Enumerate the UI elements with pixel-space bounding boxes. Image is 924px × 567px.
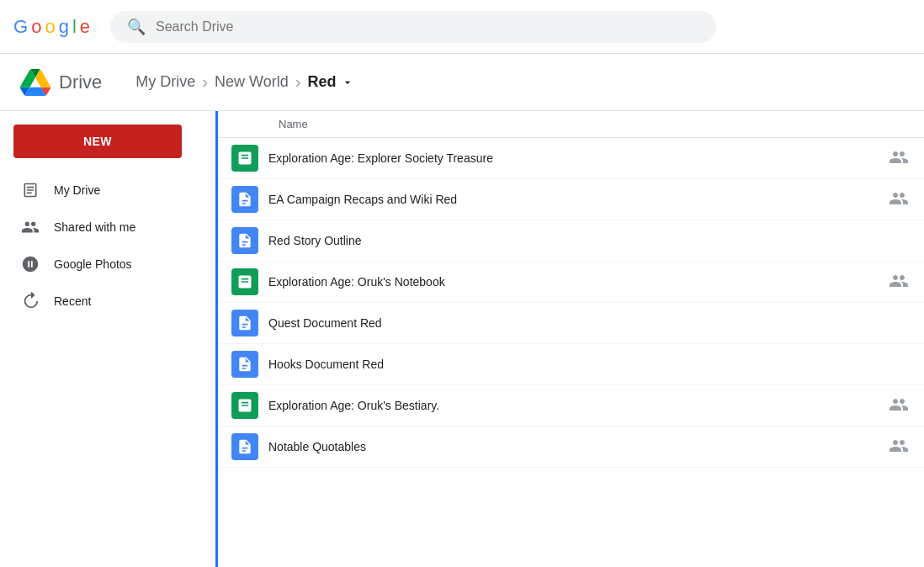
search-icon: 🔍 [127,18,146,36]
table-row[interactable]: Exploration Age: Explorer Society Treasu… [218,138,924,179]
breadcrumb-part2[interactable]: New World [215,73,289,91]
table-row[interactable]: Red Story Outline [218,220,924,262]
docs-icon [231,186,258,213]
drive-logo-icon [20,67,50,98]
file-name: Exploration Age: Explorer Society Treasu… [268,151,877,165]
breadcrumb-sep1: › [202,72,208,92]
shared-with-me-icon [20,217,40,237]
file-list-area: Name Exploration Age: Explorer Society T… [215,111,924,567]
breadcrumb: My Drive › New World › Red [135,72,356,92]
breadcrumb-sep2: › [295,72,301,92]
file-rows-container: Exploration Age: Explorer Society Treasu… [218,138,924,468]
top-bar: Google 🔍 [0,0,924,54]
recent-icon [20,291,40,311]
search-input[interactable] [156,19,699,34]
shared-icon [887,150,911,167]
table-row[interactable]: Exploration Age: Oruk's Notebook [218,262,924,303]
docs-icon [231,433,258,460]
table-row[interactable]: EA Campaign Recaps and Wiki Red [218,179,924,220]
new-button[interactable]: NEW [13,125,182,158]
shared-icon [887,273,911,290]
sidebar-item-my-drive[interactable]: My Drive [0,172,209,209]
sidebar-item-google-photos[interactable]: Google Photos [0,246,209,283]
drive-logo-area: Drive [20,67,102,98]
drive-title: Drive [59,72,102,93]
sheets-icon [231,145,258,172]
docs-icon [231,310,258,336]
file-name: Exploration Age: Oruk's Notebook [268,275,877,289]
file-name: Hooks Document Red [268,358,911,371]
sheets-icon [231,268,258,295]
file-name: EA Campaign Recaps and Wiki Red [268,193,877,206]
docs-icon [231,227,258,254]
shared-icon [887,191,911,208]
file-name: Notable Quotables [268,440,877,453]
breadcrumb-current[interactable]: Red [307,73,356,91]
shared-icon [887,438,911,455]
sidebar-item-my-drive-label: My Drive [54,183,100,197]
table-row[interactable]: Hooks Document Red [218,344,924,385]
my-drive-icon [20,180,40,200]
file-list-header: Name [218,111,924,138]
sheets-icon [231,392,258,419]
file-name: Red Story Outline [268,234,911,247]
table-row[interactable]: Quest Document Red [218,303,924,344]
column-name: Name [231,118,308,130]
docs-icon [231,351,258,378]
table-row[interactable]: Notable Quotables [218,427,924,468]
sidebar-item-shared-with-me[interactable]: Shared with me [0,209,209,246]
google-photos-icon [20,254,40,274]
shared-icon [887,397,911,414]
sidebar-item-recent[interactable]: Recent [0,283,209,320]
sidebar: NEW My Drive Shared with me Google Photo… [0,111,215,567]
sidebar-item-shared-label: Shared with me [54,220,135,234]
chevron-down-icon [339,74,356,91]
table-row[interactable]: Exploration Age: Oruk's Bestiary. [218,385,924,427]
main-layout: NEW My Drive Shared with me Google Photo… [0,111,924,567]
breadcrumb-part1[interactable]: My Drive [135,73,195,91]
file-name: Quest Document Red [268,316,911,330]
google-logo: Google [13,16,90,38]
search-bar[interactable]: 🔍 [110,11,716,43]
sidebar-item-recent-label: Recent [54,294,91,308]
file-name: Exploration Age: Oruk's Bestiary. [268,399,877,412]
sidebar-item-photos-label: Google Photos [54,257,132,271]
breadcrumb-bar: Drive My Drive › New World › Red [0,54,924,111]
